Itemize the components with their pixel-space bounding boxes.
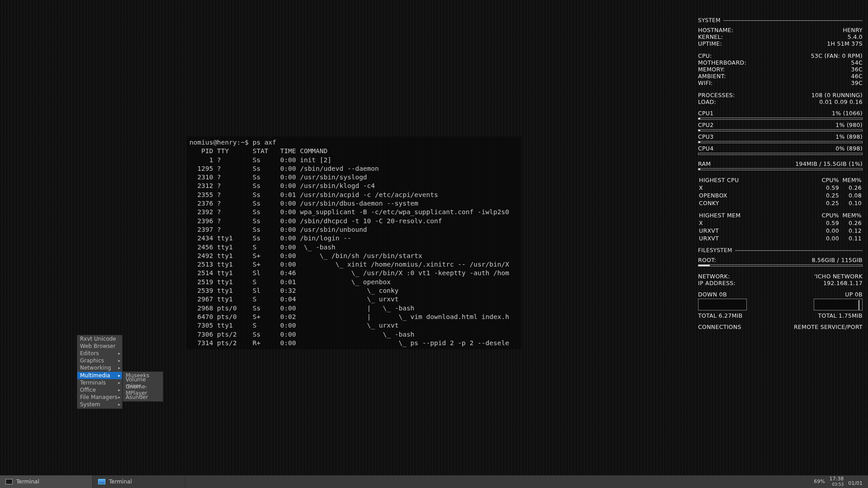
menu-label: Graphics — [80, 357, 104, 364]
ram-value: 194MIB / 15.5GIB (1%) — [795, 160, 863, 167]
taskbar-item-terminal-2[interactable]: Terminal — [93, 475, 185, 488]
chevron-right-icon: ▸ — [118, 351, 120, 356]
menu-item-office[interactable]: Office▸ — [77, 386, 122, 394]
wifitemp-value: 39C — [851, 80, 863, 86]
terminal-row: 7314 pts/2 R+ 0:00 \_ ps --ppid 2 -p 2 -… — [189, 339, 509, 347]
download-graph — [698, 299, 747, 310]
menu-item-editors[interactable]: Editors▸ — [77, 350, 122, 357]
battery-level: 69% — [814, 479, 825, 484]
processes-label: PROCESSES: — [698, 92, 735, 99]
menu-item-networking[interactable]: Networking▸ — [77, 365, 122, 372]
cpu4-label: CPU4 — [698, 145, 714, 152]
memtemp-label: MEMORY: — [698, 66, 725, 73]
uptime-label: UPTIME: — [698, 40, 722, 47]
ram-label: RAM — [698, 160, 711, 167]
section-filesystem: FILESYSTEM — [698, 247, 863, 254]
terminal-window[interactable]: nomius@henry:~$ ps axf PID TTY STAT TIME… — [187, 136, 521, 349]
menu-label: Office — [80, 387, 96, 393]
menu-label: Terminals — [80, 380, 106, 386]
terminal-row: 2434 tty1 Ss 0:00 /bin/login -- — [189, 235, 351, 242]
down-total: TOTAL 6.27MIB — [698, 312, 742, 319]
chevron-right-icon: ▸ — [118, 373, 120, 378]
uptime-value: 1H 51M 37S — [827, 40, 863, 47]
processes-value: 108 (0 RUNNING) — [811, 92, 863, 99]
task-label: Terminal — [109, 479, 132, 485]
cpu3-value: 1% (898) — [835, 133, 863, 140]
section-system: SYSTEM — [698, 17, 863, 24]
cpu2-label: CPU2 — [698, 122, 714, 128]
system-tray[interactable]: 69% 17:3803:53 01/01 — [808, 476, 868, 487]
cpu2-value: 1% (980) — [835, 122, 863, 128]
menu-item-filemanagers[interactable]: File Managers▸ — [77, 394, 122, 401]
mb-value: 54C — [851, 59, 863, 66]
menu-label: Rxvt Unicode — [80, 336, 116, 342]
menu-label: Multimedia — [80, 372, 110, 379]
terminal-icon — [98, 479, 105, 484]
terminal-row: 2312 ? Ss 0:00 /usr/sbin/klogd -c4 — [189, 182, 375, 189]
date: 01/01 — [848, 481, 863, 487]
cpu3-bar — [698, 141, 863, 143]
cpu1-label: CPU1 — [698, 110, 714, 117]
chevron-right-icon: ▸ — [118, 388, 120, 392]
terminal-row: 1 ? Ss 0:00 init [2] — [189, 156, 331, 164]
up-total: TOTAL 1.75MIB — [818, 312, 863, 319]
submenu-label: Asunder — [126, 394, 148, 400]
connections-header: REMOTE SERVICE/PORT — [794, 324, 863, 330]
root-value: 8.56GIB / 115GIB — [811, 257, 863, 263]
cpu1-value: 1% (1066) — [832, 110, 863, 117]
terminal-row: 6470 pts/0 S+ 0:02 | \_ vim download.htm… — [189, 313, 509, 320]
mb-label: MOTHERBOARD: — [698, 59, 746, 66]
menu-item-system[interactable]: System▸ — [77, 401, 122, 408]
load-label: LOAD: — [698, 99, 716, 105]
upload-graph — [814, 299, 863, 310]
context-submenu[interactable]: Museeks Volume mixer Gnome-MPlayer Asund… — [123, 371, 163, 402]
menu-label: Web Browser — [80, 343, 116, 349]
task-label: Terminal — [16, 479, 39, 485]
menu-item-browser[interactable]: Web Browser — [77, 343, 122, 350]
menu-item-terminals[interactable]: Terminals▸ — [77, 379, 122, 386]
wifitemp-label: WIFI: — [698, 80, 713, 86]
terminal-row: 2514 tty1 Sl 0:46 \_ /usr/bin/X :0 vt1 -… — [189, 269, 509, 277]
terminal-row: 2310 ? Ss 0:00 /usr/sbin/syslogd — [189, 174, 367, 181]
cpu4-bar — [698, 153, 863, 155]
root-bar — [698, 264, 863, 267]
taskbar-item-terminal-1[interactable]: Terminal — [0, 475, 93, 488]
down-label: DOWN 0B — [698, 291, 727, 298]
terminal-row: 1295 ? Ss 0:00 /sbin/udevd --daemon — [189, 165, 379, 172]
terminal-row: 2519 tty1 S 0:01 \_ openbox — [189, 278, 391, 286]
terminal-row: 2539 tty1 Sl 0:32 \_ conky — [189, 287, 399, 294]
terminal-row: 2456 tty1 S 0:00 \_ -bash — [189, 244, 335, 251]
terminal-row: 2513 tty1 S+ 0:00 \_ xinit /home/nomius/… — [189, 261, 509, 268]
terminal-row: 2376 ? Ss 0:00 /usr/sbin/dbus-daemon --s… — [189, 200, 418, 207]
terminal-icon — [5, 479, 13, 484]
menu-item-multimedia[interactable]: Multimedia▸ — [77, 372, 122, 379]
submenu-item-gnomemplayer[interactable]: Gnome-MPlayer — [123, 386, 163, 394]
menu-item-rxvt[interactable]: Rxvt Unicode — [77, 335, 122, 343]
chevron-right-icon: ▸ — [118, 358, 120, 363]
terminal-row: 2392 ? Ss 0:00 wpa_supplicant -B -c/etc/… — [189, 208, 509, 216]
menu-item-graphics[interactable]: Graphics▸ — [77, 357, 122, 365]
kernel-label: KERNEL: — [698, 33, 723, 40]
chevron-right-icon: ▸ — [118, 395, 120, 399]
terminal-row: 2968 pts/0 Ss 0:00 | \_ -bash — [189, 305, 415, 312]
terminal-row: 2967 tty1 S 0:04 \_ urxvt — [189, 296, 399, 303]
taskbar[interactable]: Terminal Terminal 69% 17:3803:53 01/01 — [0, 475, 868, 488]
terminal-row: 2396 ? Ss 0:00 /sbin/dhcpcd -t 10 -C 20-… — [189, 217, 442, 225]
cputemp-value: 53C (FAN: 0 RPM) — [811, 52, 863, 59]
kernel-value: 5.4.0 — [848, 33, 863, 40]
menu-label: Editors — [80, 350, 99, 357]
menu-label: Networking — [80, 365, 111, 371]
load-value: 0.01 0.09 0.16 — [819, 99, 863, 105]
terminal-row: 2492 tty1 S+ 0:00 \_ /bin/sh /usr/bin/st… — [189, 252, 422, 259]
memtemp-value: 36C — [851, 66, 863, 73]
hostname-label: HOSTNAME: — [698, 27, 733, 33]
ambient-value: 46C — [851, 73, 863, 80]
terminal-header: PID TTY STAT TIME COMMAND — [189, 147, 328, 155]
ip-label: IP ADDRESS: — [698, 280, 736, 286]
terminal-row: 7306 pts/2 Ss 0:00 \_ -bash — [189, 331, 415, 338]
network-value: 'ICHO NETWORK — [814, 273, 863, 280]
connections-label: CONNECTIONS — [698, 324, 741, 330]
context-menu[interactable]: Rxvt Unicode Web Browser Editors▸ Graphi… — [77, 335, 123, 409]
system-monitor: SYSTEM HOSTNAME:HENRY KERNEL:5.4.0 UPTIM… — [698, 17, 863, 335]
clock: 17:3803:53 — [830, 476, 844, 487]
